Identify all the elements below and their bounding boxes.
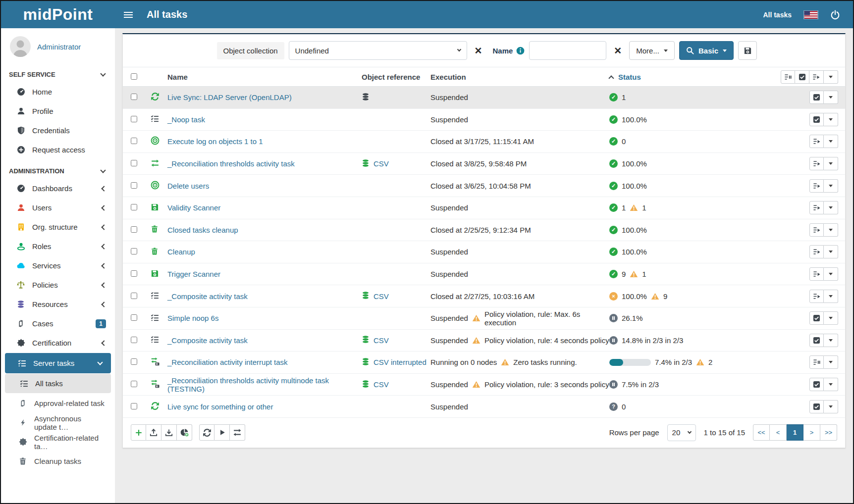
row-action-button[interactable] bbox=[809, 334, 824, 347]
toggle-refresh-button[interactable] bbox=[230, 424, 245, 441]
sidebar-item-services[interactable]: Services bbox=[1, 256, 115, 275]
midpoint-logo[interactable]: midPoint bbox=[1, 5, 115, 24]
row-action-button[interactable] bbox=[809, 400, 824, 413]
row-actions-dropdown-button[interactable] bbox=[824, 113, 838, 126]
row-action-button[interactable] bbox=[809, 179, 824, 193]
run-now-button[interactable] bbox=[795, 70, 809, 84]
task-name-link[interactable]: _Composite activity task bbox=[167, 292, 248, 301]
menu-toggle-icon[interactable] bbox=[123, 11, 134, 19]
sidebar-item-cleanup-tasks[interactable]: Cleanup tasks bbox=[1, 452, 115, 471]
create-report-button[interactable] bbox=[177, 424, 192, 441]
object-collection-select[interactable]: Undefined bbox=[289, 41, 467, 60]
sidebar-item-home[interactable]: Home bbox=[1, 82, 115, 101]
page-button-current[interactable]: 1 bbox=[787, 424, 803, 441]
start-refresh-button[interactable] bbox=[214, 424, 230, 441]
download-tasks-button[interactable] bbox=[161, 424, 177, 441]
row-checkbox[interactable] bbox=[131, 381, 137, 387]
sidebar-item-credentials[interactable]: Credentials bbox=[1, 121, 115, 140]
task-name-link[interactable]: _Reconciliation activity interrupt task bbox=[167, 358, 288, 366]
page-button-last[interactable]: >> bbox=[820, 424, 837, 441]
row-action-button[interactable] bbox=[809, 311, 824, 325]
clear-name-button[interactable]: ✕ bbox=[611, 45, 625, 56]
sidebar-item-resources[interactable]: Resources bbox=[1, 295, 115, 314]
sidebar-item-users[interactable]: Users bbox=[1, 198, 115, 217]
row-checkbox[interactable] bbox=[131, 270, 137, 277]
sidebar-item-policies[interactable]: Policies bbox=[1, 275, 115, 295]
row-action-button[interactable] bbox=[809, 355, 824, 369]
row-actions-dropdown-button[interactable] bbox=[824, 135, 838, 148]
row-actions-dropdown-button[interactable] bbox=[824, 245, 838, 258]
info-icon[interactable] bbox=[516, 47, 525, 55]
row-checkbox[interactable] bbox=[131, 293, 137, 299]
sidebar-item-roles[interactable]: Roles bbox=[1, 237, 115, 256]
avatar[interactable] bbox=[10, 36, 31, 57]
row-actions-dropdown-button[interactable] bbox=[824, 290, 838, 303]
suspend-tasks-button[interactable] bbox=[781, 70, 795, 84]
task-name-link[interactable]: Trigger Scanner bbox=[167, 270, 220, 278]
page-button-first[interactable]: << bbox=[753, 424, 770, 441]
header-actions-dropdown-button[interactable] bbox=[824, 70, 838, 84]
sidebar-item-profile[interactable]: Profile bbox=[1, 101, 115, 121]
column-header-object-reference[interactable]: Object reference bbox=[362, 73, 430, 81]
task-name-link[interactable]: Closed tasks cleanup bbox=[167, 226, 238, 234]
row-action-button[interactable] bbox=[809, 245, 824, 258]
row-action-button[interactable] bbox=[809, 91, 824, 104]
page-button-next[interactable]: > bbox=[803, 424, 820, 441]
task-name-link[interactable]: Delete users bbox=[167, 182, 209, 190]
sidebar-item-asynchronous-update-t[interactable]: Asynchronous update t… bbox=[1, 413, 115, 432]
task-name-link[interactable]: _Noop task bbox=[167, 115, 205, 124]
row-checkbox[interactable] bbox=[131, 182, 137, 189]
page-button-prev[interactable]: < bbox=[770, 424, 787, 441]
refresh-button[interactable] bbox=[199, 424, 214, 441]
row-actions-dropdown-button[interactable] bbox=[824, 223, 838, 237]
row-checkbox[interactable] bbox=[131, 160, 137, 166]
sidebar-item-approval-related-task[interactable]: Approval-related task bbox=[1, 394, 115, 413]
row-action-button[interactable] bbox=[809, 290, 824, 303]
rows-per-page-select[interactable]: 20 bbox=[667, 424, 696, 441]
row-action-button[interactable] bbox=[809, 113, 824, 126]
row-checkbox[interactable] bbox=[131, 403, 137, 409]
row-checkbox[interactable] bbox=[131, 226, 137, 233]
save-search-button[interactable] bbox=[738, 41, 757, 60]
sidebar-item-certification-related-ta[interactable]: Certification-related ta… bbox=[1, 432, 115, 452]
row-actions-dropdown-button[interactable] bbox=[824, 355, 838, 369]
row-checkbox[interactable] bbox=[131, 94, 137, 100]
row-checkbox[interactable] bbox=[131, 138, 137, 144]
add-task-button[interactable] bbox=[131, 424, 146, 441]
row-checkbox[interactable] bbox=[131, 337, 137, 343]
row-actions-dropdown-button[interactable] bbox=[824, 334, 838, 347]
task-name-link[interactable]: _Composite activity task bbox=[167, 336, 248, 345]
row-actions-dropdown-button[interactable] bbox=[824, 157, 838, 170]
sidebar-item-server-tasks[interactable]: Server tasks bbox=[5, 353, 111, 373]
column-header-status[interactable]: Status bbox=[618, 73, 641, 81]
row-actions-dropdown-button[interactable] bbox=[824, 267, 838, 281]
import-task-button[interactable] bbox=[146, 424, 161, 441]
row-checkbox[interactable] bbox=[131, 116, 137, 122]
sidebar-item-cases[interactable]: Cases1 bbox=[1, 314, 115, 333]
task-name-link[interactable]: Validity Scanner bbox=[167, 203, 220, 212]
row-actions-dropdown-button[interactable] bbox=[824, 201, 838, 214]
column-header-execution[interactable]: Execution bbox=[430, 73, 609, 81]
row-actions-dropdown-button[interactable] bbox=[824, 378, 838, 391]
sidebar-item-certification[interactable]: Certification bbox=[1, 333, 115, 353]
row-actions-dropdown-button[interactable] bbox=[824, 179, 838, 193]
row-actions-dropdown-button[interactable] bbox=[824, 400, 838, 413]
select-all-checkbox[interactable] bbox=[131, 73, 137, 80]
more-filters-button[interactable]: More... bbox=[629, 41, 675, 60]
clear-collection-button[interactable]: ✕ bbox=[472, 45, 485, 56]
task-name-link[interactable]: Live sync for something or other bbox=[167, 403, 273, 411]
task-name-link[interactable]: Cleanup bbox=[167, 248, 195, 256]
row-checkbox[interactable] bbox=[131, 314, 137, 321]
object-reference-link[interactable]: CSV interrupted bbox=[374, 358, 427, 366]
resume-tasks-button[interactable] bbox=[809, 70, 824, 84]
task-name-link[interactable]: Execute log on objects 1 to 1 bbox=[167, 137, 263, 146]
topbar-shortcut-all-tasks[interactable]: All tasks bbox=[763, 11, 792, 19]
chevron-down-icon[interactable] bbox=[100, 167, 106, 173]
object-reference-link[interactable]: CSV bbox=[374, 159, 389, 168]
row-action-button[interactable] bbox=[809, 267, 824, 281]
column-header-name[interactable]: Name bbox=[167, 73, 362, 81]
chevron-down-icon[interactable] bbox=[100, 71, 106, 76]
row-action-button[interactable] bbox=[809, 157, 824, 170]
row-action-button[interactable] bbox=[809, 201, 824, 214]
row-actions-dropdown-button[interactable] bbox=[824, 91, 838, 104]
